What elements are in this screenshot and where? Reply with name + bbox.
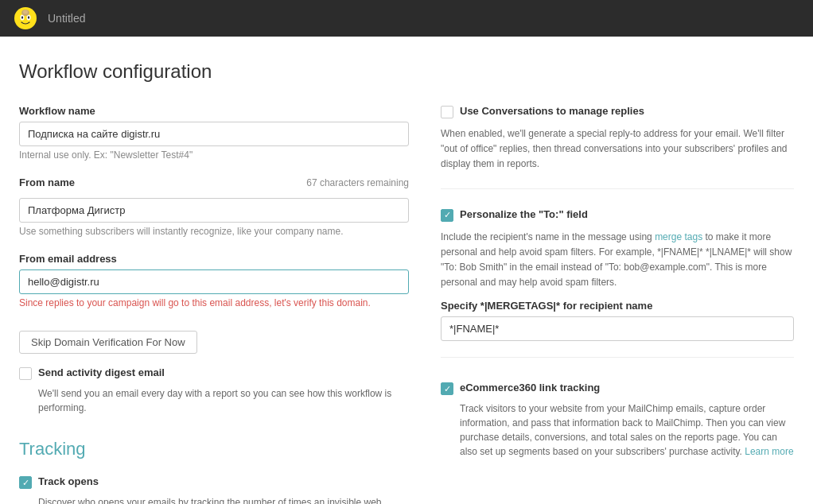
page-title: Workflow configuration: [19, 60, 794, 83]
ecommerce-tracking-section: eCommerce360 link tracking Track visitor…: [441, 382, 794, 459]
svg-point-3: [21, 16, 23, 19]
from-email-error: Since replies to your campaign will go t…: [19, 297, 409, 308]
svg-point-4: [28, 16, 29, 19]
from-email-group: From email address Since replies to your…: [19, 253, 409, 308]
svg-point-6: [23, 10, 28, 14]
send-digest-desc: We'll send you an email every day with a…: [38, 386, 409, 415]
ecommerce-checkbox[interactable]: [441, 382, 453, 395]
track-opens-section: Track opens Discover who opens your emai…: [19, 475, 409, 504]
tracking-section-title: Tracking: [19, 439, 409, 459]
workflow-name-hint: Internal use only. Ex: "Newsletter Test#…: [19, 149, 409, 161]
send-digest-checkbox[interactable]: [19, 367, 32, 380]
send-digest-label: Send activity digest email: [38, 366, 165, 378]
workflow-name-label: Workflow name: [19, 105, 409, 117]
send-digest-section: Send activity digest email We'll send yo…: [19, 366, 409, 415]
conversations-desc: When enabled, we'll generate a special r…: [441, 126, 794, 173]
from-name-group: From name 67 characters remaining Use so…: [19, 176, 409, 237]
from-name-label-row: From name 67 characters remaining: [19, 176, 409, 188]
conversations-panel: Use Conversations to manage replies When…: [441, 105, 794, 189]
track-opens-label: Track opens: [38, 475, 99, 487]
top-navigation: Untitled: [0, 0, 813, 37]
skip-domain-verification-button[interactable]: Skip Domain Verification For Now: [19, 331, 197, 354]
from-email-label: From email address: [19, 253, 409, 265]
track-opens-desc: Discover who opens your emails by tracki…: [38, 495, 409, 504]
ecommerce-learn-more-link[interactable]: Learn more: [745, 446, 793, 457]
tracking-left-col: Track opens Discover who opens your emai…: [19, 475, 409, 504]
send-digest-checkbox-row[interactable]: Send activity digest email: [19, 366, 409, 380]
topnav-title: Untitled: [48, 12, 85, 25]
workflow-name-group: Workflow name Internal use only. Ex: "Ne…: [19, 105, 409, 161]
tracking-grid: Track opens Discover who opens your emai…: [19, 475, 409, 504]
ecommerce-desc: Track visitors to your website from your…: [460, 401, 794, 459]
left-column: Workflow name Internal use only. Ex: "Ne…: [19, 105, 409, 504]
ecommerce-checkbox-row[interactable]: eCommerce360 link tracking: [441, 382, 794, 395]
main-content: Workflow configuration Workflow name Int…: [0, 37, 813, 504]
from-email-input[interactable]: [19, 269, 409, 294]
ecommerce-section: eCommerce360 link tracking Track visitor…: [441, 382, 794, 459]
track-opens-checkbox-row[interactable]: Track opens: [19, 475, 409, 489]
conversations-checkbox[interactable]: [441, 106, 453, 118]
right-column: Use Conversations to manage replies When…: [441, 105, 794, 504]
conversations-title: Use Conversations to manage replies: [460, 105, 644, 117]
personalize-header: Personalize the "To:" field: [441, 208, 794, 222]
workflow-name-input[interactable]: [19, 122, 409, 146]
merge-tags-input[interactable]: [441, 316, 794, 341]
track-opens-checkbox[interactable]: [19, 476, 32, 489]
email-field-wrapper: [19, 269, 409, 294]
conversations-header: Use Conversations to manage replies: [441, 105, 794, 118]
ecommerce-label: eCommerce360 link tracking: [460, 382, 600, 394]
personalize-desc: Include the recipient's name in the mess…: [441, 230, 794, 291]
char-count: 67 characters remaining: [306, 177, 409, 188]
from-name-input[interactable]: [19, 198, 409, 223]
from-name-label: From name: [19, 176, 75, 188]
form-columns: Workflow name Internal use only. Ex: "Ne…: [19, 105, 794, 504]
personalize-checkbox[interactable]: [441, 209, 453, 222]
merge-tags-field-label: Specify *|MERGETAGS|* for recipient name: [441, 300, 794, 312]
personalize-title: Personalize the "To:" field: [460, 208, 588, 220]
personalize-panel: Personalize the "To:" field Include the …: [441, 208, 794, 359]
app-logo: [13, 6, 38, 31]
merge-tags-link[interactable]: merge tags: [655, 231, 702, 242]
from-name-hint: Use something subscribers will instantly…: [19, 226, 409, 237]
